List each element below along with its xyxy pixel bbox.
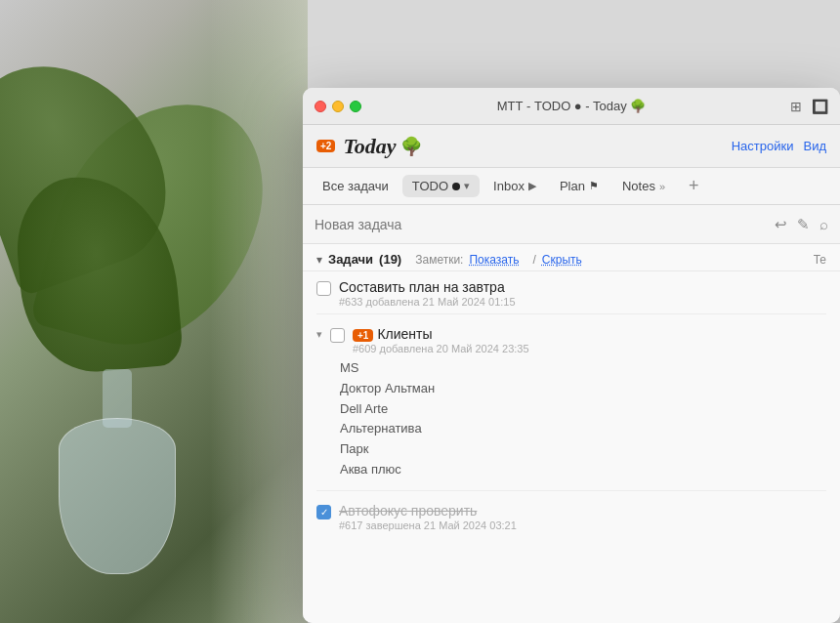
task-3-meta: #617 завершена 21 Май 2024 03:21 bbox=[339, 519, 826, 531]
titlebar: МТТ - TODO ● - Today 🌳 ⊞ 🔲 bbox=[303, 88, 840, 125]
list-item: Аква плюс bbox=[340, 460, 826, 480]
hide-notes-link[interactable]: Скрыть bbox=[542, 253, 582, 267]
add-tab-button[interactable]: + bbox=[683, 174, 705, 198]
task-divider bbox=[316, 490, 826, 491]
task-item: Автофокус проверить #617 завершена 21 Ма… bbox=[303, 495, 840, 533]
list-item: Парк bbox=[340, 439, 826, 460]
tab-plan[interactable]: Plan ⚑ bbox=[550, 175, 609, 197]
logo-tree-icon: 🌳 bbox=[400, 136, 422, 157]
task-divider bbox=[316, 313, 826, 314]
task-item: ▾ +1Клиенты #609 добавлена 20 Май 2024 2… bbox=[303, 318, 840, 356]
task-1-body: Составить план на завтра #633 добавлена … bbox=[339, 279, 826, 308]
list-item: Альтернатива bbox=[340, 419, 826, 439]
task-3-name: Автофокус проверить bbox=[339, 503, 826, 519]
search-actions: ↩ ✎ ⌕ bbox=[775, 216, 828, 233]
list-item: Доктор Альтман bbox=[340, 379, 826, 399]
header-actions: Настройки Вид bbox=[732, 139, 826, 153]
subtask-list: MS Доктор Альтман Dell Arte Альтернатива… bbox=[303, 356, 840, 486]
tasks-count: (19) bbox=[379, 252, 401, 267]
tab-notes[interactable]: Notes » bbox=[612, 175, 675, 197]
task-2-checkbox[interactable] bbox=[330, 328, 345, 343]
tasks-label: Задачи bbox=[328, 252, 373, 267]
traffic-lights bbox=[315, 101, 361, 112]
toolbar: Все задачи TODO ▾ Inbox ▶ Plan ⚑ Notes »… bbox=[303, 168, 840, 205]
list-item: MS bbox=[340, 358, 826, 379]
task-2-meta: #609 добавлена 20 Май 2024 23:35 bbox=[353, 343, 826, 354]
show-notes-link[interactable]: Показать bbox=[469, 253, 519, 267]
action-icon[interactable]: 🔲 bbox=[812, 99, 828, 114]
inbox-arrow-icon: ▶ bbox=[528, 180, 536, 192]
search-icon[interactable]: ⌕ bbox=[819, 216, 828, 232]
te-label: Те bbox=[814, 253, 826, 267]
minimize-button[interactable] bbox=[332, 101, 344, 112]
settings-link[interactable]: Настройки bbox=[732, 139, 794, 153]
task-1-name: Составить план на завтра bbox=[339, 279, 826, 295]
logo-text: Today bbox=[343, 134, 396, 159]
task-3-checkbox[interactable] bbox=[316, 505, 331, 519]
enter-icon[interactable]: ↩ bbox=[775, 216, 787, 233]
app-header: +2 Today 🌳 Настройки Вид bbox=[303, 125, 840, 168]
tab-inbox[interactable]: Inbox ▶ bbox=[483, 175, 546, 197]
notes-quotes-icon: » bbox=[659, 181, 665, 192]
task-item: Составить план на завтра #633 добавлена … bbox=[303, 271, 840, 310]
app-logo: +2 Today 🌳 bbox=[316, 134, 422, 159]
tasks-section-header: ▾ Задачи (19) Заметки: Показать / Скрыть… bbox=[303, 244, 840, 271]
task-2-body: +1Клиенты #609 добавлена 20 Май 2024 23:… bbox=[353, 326, 826, 354]
search-bar: ↩ ✎ ⌕ bbox=[303, 205, 840, 244]
task-2-badge: +1 bbox=[353, 329, 373, 342]
background-photo bbox=[0, 0, 308, 623]
content-area: ▾ Задачи (19) Заметки: Показать / Скрыть… bbox=[303, 244, 840, 623]
tab-todo[interactable]: TODO ▾ bbox=[402, 175, 480, 197]
list-item: Dell Arte bbox=[340, 399, 826, 420]
todo-dot-icon bbox=[452, 183, 460, 190]
edit-icon[interactable]: ✎ bbox=[797, 216, 810, 233]
plan-flag-icon: ⚑ bbox=[589, 180, 599, 192]
view-link[interactable]: Вид bbox=[803, 139, 826, 153]
task-2-expand-icon[interactable]: ▾ bbox=[316, 326, 322, 341]
todo-arrow-icon: ▾ bbox=[464, 180, 470, 192]
tab-all-tasks[interactable]: Все задачи bbox=[313, 175, 399, 197]
notes-separator: / bbox=[532, 253, 535, 267]
window-title: МТТ - TODO ● - Today 🌳 bbox=[497, 99, 647, 113]
new-task-input[interactable] bbox=[315, 217, 767, 232]
view-icon[interactable]: ⊞ bbox=[790, 99, 802, 114]
plus2-badge: +2 bbox=[316, 140, 335, 152]
maximize-button[interactable] bbox=[350, 101, 361, 112]
task-1-checkbox[interactable] bbox=[316, 281, 331, 296]
titlebar-icons: ⊞ 🔲 bbox=[790, 99, 828, 114]
notes-prefix: Заметки: bbox=[415, 253, 463, 267]
tasks-expand-icon[interactable]: ▾ bbox=[316, 253, 322, 267]
task-2-name: +1Клиенты bbox=[353, 326, 826, 342]
close-button[interactable] bbox=[315, 101, 326, 112]
task-3-body: Автофокус проверить #617 завершена 21 Ма… bbox=[339, 503, 826, 531]
task-1-meta: #633 добавлена 21 Май 2024 01:15 bbox=[339, 296, 826, 308]
app-window: МТТ - TODO ● - Today 🌳 ⊞ 🔲 +2 Today 🌳 На… bbox=[303, 88, 840, 623]
